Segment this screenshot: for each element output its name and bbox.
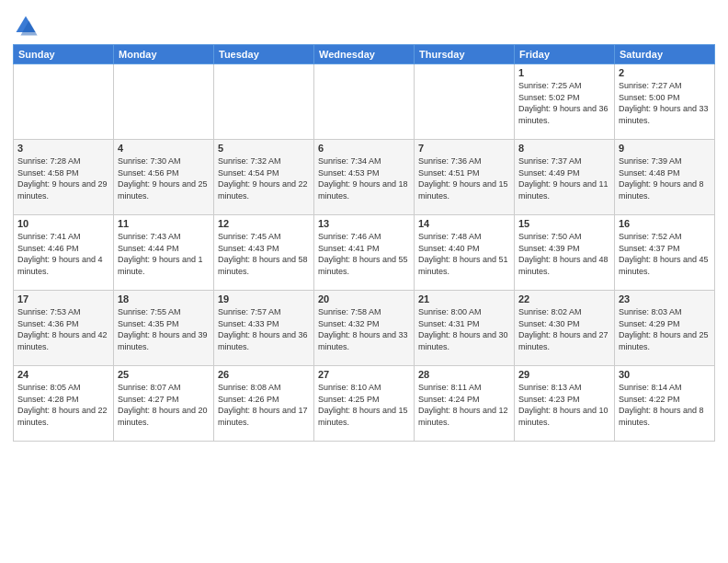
day-info: Sunrise: 7:48 AM Sunset: 4:40 PM Dayligh… bbox=[418, 231, 510, 277]
calendar-cell: 16Sunrise: 7:52 AM Sunset: 4:37 PM Dayli… bbox=[615, 215, 715, 291]
calendar-week-row: 17Sunrise: 7:53 AM Sunset: 4:36 PM Dayli… bbox=[14, 291, 715, 366]
calendar-cell: 12Sunrise: 7:45 AM Sunset: 4:43 PM Dayli… bbox=[214, 215, 314, 291]
day-info: Sunrise: 7:41 AM Sunset: 4:46 PM Dayligh… bbox=[17, 231, 109, 277]
day-number: 29 bbox=[518, 369, 610, 380]
calendar-cell: 21Sunrise: 8:00 AM Sunset: 4:31 PM Dayli… bbox=[415, 291, 515, 366]
calendar-cell: 11Sunrise: 7:43 AM Sunset: 4:44 PM Dayli… bbox=[114, 215, 214, 291]
calendar-cell: 24Sunrise: 8:05 AM Sunset: 4:28 PM Dayli… bbox=[14, 366, 114, 442]
calendar-cell: 10Sunrise: 7:41 AM Sunset: 4:46 PM Dayli… bbox=[14, 215, 114, 291]
header-day: Saturday bbox=[615, 45, 715, 64]
day-info: Sunrise: 8:13 AM Sunset: 4:23 PM Dayligh… bbox=[518, 382, 610, 428]
day-number: 11 bbox=[118, 218, 210, 229]
day-info: Sunrise: 7:34 AM Sunset: 4:53 PM Dayligh… bbox=[318, 155, 410, 201]
header-row: SundayMondayTuesdayWednesdayThursdayFrid… bbox=[14, 45, 715, 64]
day-number: 24 bbox=[17, 369, 109, 380]
calendar-cell: 4Sunrise: 7:30 AM Sunset: 4:56 PM Daylig… bbox=[114, 140, 214, 215]
calendar-cell: 3Sunrise: 7:28 AM Sunset: 4:58 PM Daylig… bbox=[14, 140, 114, 215]
day-number: 7 bbox=[418, 143, 510, 154]
calendar-cell: 18Sunrise: 7:55 AM Sunset: 4:35 PM Dayli… bbox=[114, 291, 214, 366]
day-info: Sunrise: 8:05 AM Sunset: 4:28 PM Dayligh… bbox=[17, 382, 109, 428]
day-info: Sunrise: 8:08 AM Sunset: 4:26 PM Dayligh… bbox=[218, 382, 310, 428]
header bbox=[13, 9, 715, 39]
calendar-cell: 5Sunrise: 7:32 AM Sunset: 4:54 PM Daylig… bbox=[214, 140, 314, 215]
day-number: 21 bbox=[418, 293, 510, 304]
day-number: 13 bbox=[318, 218, 410, 229]
calendar-cell: 8Sunrise: 7:37 AM Sunset: 4:49 PM Daylig… bbox=[515, 140, 615, 215]
day-info: Sunrise: 7:45 AM Sunset: 4:43 PM Dayligh… bbox=[218, 231, 310, 277]
day-info: Sunrise: 7:25 AM Sunset: 5:02 PM Dayligh… bbox=[518, 80, 610, 126]
header-day: Thursday bbox=[415, 45, 515, 64]
day-info: Sunrise: 7:39 AM Sunset: 4:48 PM Dayligh… bbox=[619, 155, 711, 201]
day-number: 12 bbox=[218, 218, 310, 229]
day-number: 23 bbox=[619, 293, 711, 304]
day-number: 26 bbox=[218, 369, 310, 380]
calendar-cell bbox=[314, 64, 415, 140]
calendar-cell: 17Sunrise: 7:53 AM Sunset: 4:36 PM Dayli… bbox=[14, 291, 114, 366]
header-day: Friday bbox=[515, 45, 615, 64]
day-info: Sunrise: 8:02 AM Sunset: 4:30 PM Dayligh… bbox=[518, 306, 610, 352]
header-day: Monday bbox=[114, 45, 214, 64]
calendar-cell bbox=[114, 64, 214, 140]
day-number: 16 bbox=[619, 218, 711, 229]
header-day: Tuesday bbox=[214, 45, 314, 64]
day-info: Sunrise: 7:57 AM Sunset: 4:33 PM Dayligh… bbox=[218, 306, 310, 352]
day-info: Sunrise: 7:50 AM Sunset: 4:39 PM Dayligh… bbox=[518, 231, 610, 277]
day-info: Sunrise: 7:28 AM Sunset: 4:58 PM Dayligh… bbox=[17, 155, 109, 201]
day-number: 19 bbox=[218, 293, 310, 304]
day-number: 17 bbox=[17, 293, 109, 304]
header-day: Wednesday bbox=[314, 45, 415, 64]
day-number: 18 bbox=[118, 293, 210, 304]
day-info: Sunrise: 7:58 AM Sunset: 4:32 PM Dayligh… bbox=[318, 306, 410, 352]
calendar-week-row: 24Sunrise: 8:05 AM Sunset: 4:28 PM Dayli… bbox=[14, 366, 715, 442]
day-number: 9 bbox=[619, 143, 711, 154]
calendar-cell: 13Sunrise: 7:46 AM Sunset: 4:41 PM Dayli… bbox=[314, 215, 415, 291]
calendar-cell bbox=[415, 64, 515, 140]
day-number: 6 bbox=[318, 143, 410, 154]
page-container: SundayMondayTuesdayWednesdayThursdayFrid… bbox=[0, 0, 728, 563]
day-number: 22 bbox=[518, 293, 610, 304]
calendar-week-row: 10Sunrise: 7:41 AM Sunset: 4:46 PM Dayli… bbox=[14, 215, 715, 291]
day-info: Sunrise: 7:36 AM Sunset: 4:51 PM Dayligh… bbox=[418, 155, 510, 201]
day-info: Sunrise: 8:07 AM Sunset: 4:27 PM Dayligh… bbox=[118, 382, 210, 428]
day-info: Sunrise: 7:43 AM Sunset: 4:44 PM Dayligh… bbox=[118, 231, 210, 277]
day-number: 10 bbox=[17, 218, 109, 229]
calendar-week-row: 1Sunrise: 7:25 AM Sunset: 5:02 PM Daylig… bbox=[14, 64, 715, 140]
day-info: Sunrise: 8:14 AM Sunset: 4:22 PM Dayligh… bbox=[619, 382, 711, 428]
header-day: Sunday bbox=[14, 45, 114, 64]
day-info: Sunrise: 8:11 AM Sunset: 4:24 PM Dayligh… bbox=[418, 382, 510, 428]
calendar-cell: 26Sunrise: 8:08 AM Sunset: 4:26 PM Dayli… bbox=[214, 366, 314, 442]
day-number: 2 bbox=[619, 67, 711, 78]
calendar-cell: 29Sunrise: 8:13 AM Sunset: 4:23 PM Dayli… bbox=[515, 366, 615, 442]
day-info: Sunrise: 7:53 AM Sunset: 4:36 PM Dayligh… bbox=[17, 306, 109, 352]
calendar-cell: 15Sunrise: 7:50 AM Sunset: 4:39 PM Dayli… bbox=[515, 215, 615, 291]
calendar-cell: 1Sunrise: 7:25 AM Sunset: 5:02 PM Daylig… bbox=[515, 64, 615, 140]
day-number: 27 bbox=[318, 369, 410, 380]
calendar-cell: 2Sunrise: 7:27 AM Sunset: 5:00 PM Daylig… bbox=[615, 64, 715, 140]
calendar-table: SundayMondayTuesdayWednesdayThursdayFrid… bbox=[13, 44, 715, 442]
day-info: Sunrise: 8:00 AM Sunset: 4:31 PM Dayligh… bbox=[418, 306, 510, 352]
calendar-cell: 7Sunrise: 7:36 AM Sunset: 4:51 PM Daylig… bbox=[415, 140, 515, 215]
day-number: 5 bbox=[218, 143, 310, 154]
logo bbox=[13, 13, 42, 39]
calendar-week-row: 3Sunrise: 7:28 AM Sunset: 4:58 PM Daylig… bbox=[14, 140, 715, 215]
calendar-cell: 23Sunrise: 8:03 AM Sunset: 4:29 PM Dayli… bbox=[615, 291, 715, 366]
day-info: Sunrise: 7:52 AM Sunset: 4:37 PM Dayligh… bbox=[619, 231, 711, 277]
calendar-cell: 25Sunrise: 8:07 AM Sunset: 4:27 PM Dayli… bbox=[114, 366, 214, 442]
calendar-cell: 14Sunrise: 7:48 AM Sunset: 4:40 PM Dayli… bbox=[415, 215, 515, 291]
calendar-cell: 20Sunrise: 7:58 AM Sunset: 4:32 PM Dayli… bbox=[314, 291, 415, 366]
day-info: Sunrise: 7:27 AM Sunset: 5:00 PM Dayligh… bbox=[619, 80, 711, 126]
day-number: 20 bbox=[318, 293, 410, 304]
day-number: 28 bbox=[418, 369, 510, 380]
day-number: 15 bbox=[518, 218, 610, 229]
calendar-cell: 28Sunrise: 8:11 AM Sunset: 4:24 PM Dayli… bbox=[415, 366, 515, 442]
day-number: 1 bbox=[518, 67, 610, 78]
calendar-cell: 27Sunrise: 8:10 AM Sunset: 4:25 PM Dayli… bbox=[314, 366, 415, 442]
day-number: 25 bbox=[118, 369, 210, 380]
day-info: Sunrise: 7:55 AM Sunset: 4:35 PM Dayligh… bbox=[118, 306, 210, 352]
day-number: 8 bbox=[518, 143, 610, 154]
day-info: Sunrise: 8:10 AM Sunset: 4:25 PM Dayligh… bbox=[318, 382, 410, 428]
calendar-cell: 19Sunrise: 7:57 AM Sunset: 4:33 PM Dayli… bbox=[214, 291, 314, 366]
logo-icon bbox=[13, 13, 39, 39]
day-number: 3 bbox=[17, 143, 109, 154]
day-info: Sunrise: 7:37 AM Sunset: 4:49 PM Dayligh… bbox=[518, 155, 610, 201]
